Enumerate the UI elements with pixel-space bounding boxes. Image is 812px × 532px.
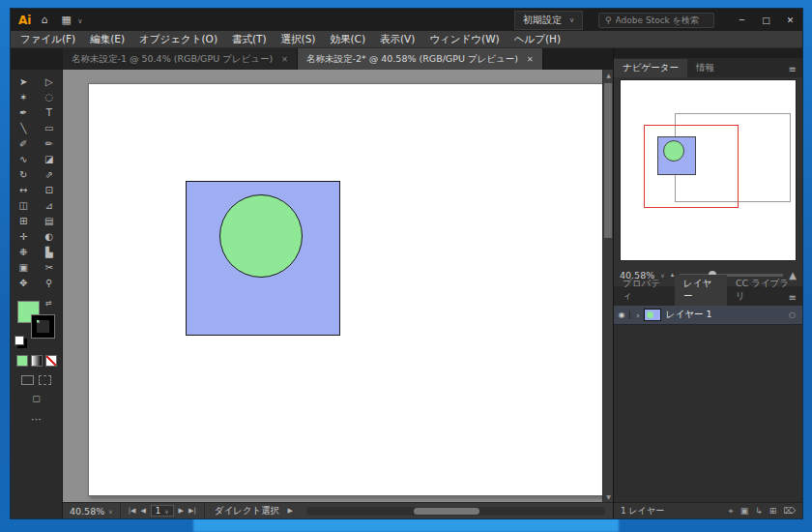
draw-normal-icon[interactable] <box>21 375 34 385</box>
layer-name[interactable]: レイヤー 1 <box>666 309 712 321</box>
navigator-preview[interactable] <box>620 79 797 261</box>
mesh-tool-icon[interactable]: ⊞ <box>11 214 37 229</box>
screen-mode-icon[interactable]: ▢ <box>11 394 62 403</box>
edit-toolbar-ellipsis-icon[interactable]: ⋯ <box>11 413 62 426</box>
lasso-tool-icon[interactable]: ◌ <box>37 90 63 105</box>
layer-visibility-eye-icon[interactable]: ◉ <box>614 310 630 319</box>
close-icon[interactable]: ✕ <box>281 55 288 64</box>
close-icon[interactable]: ✕ <box>527 55 534 64</box>
panel-menu-icon[interactable]: ≡ <box>789 64 797 74</box>
slice-tool-icon[interactable]: ✂ <box>37 260 63 276</box>
menu-object[interactable]: オブジェクト(O) <box>139 33 218 46</box>
pen-tool-icon[interactable]: ✒ <box>11 105 37 121</box>
layer-row[interactable]: ◉ › レイヤー 1 ○ <box>614 306 802 325</box>
maximize-button[interactable]: □ <box>754 9 778 31</box>
stock-search-box[interactable]: ⚲ <box>598 13 714 28</box>
color-button[interactable] <box>16 355 28 367</box>
locate-object-icon[interactable]: ⌖ <box>729 506 734 517</box>
none-button[interactable] <box>45 355 57 367</box>
menu-window[interactable]: ウィンドウ(W) <box>429 33 499 46</box>
vertical-scrollbar-thumb[interactable] <box>604 83 612 238</box>
perspective-grid-tool-icon[interactable]: ⊿ <box>37 198 63 214</box>
zoom-level-dropdown[interactable]: 40.58% ∨ <box>63 503 121 518</box>
symbol-sprayer-tool-icon[interactable]: ❉ <box>11 245 37 260</box>
eraser-tool-icon[interactable]: ◪ <box>37 152 63 167</box>
tab-layers[interactable]: レイヤー <box>675 275 727 306</box>
menu-select[interactable]: 選択(S) <box>281 33 316 46</box>
layer-thumbnail[interactable] <box>644 309 661 321</box>
home-icon[interactable]: ⌂ <box>41 14 47 26</box>
workspace-switcher-button[interactable]: 初期設定 ∨ <box>514 11 583 30</box>
type-tool-icon[interactable]: T <box>37 105 63 121</box>
zoom-tool-icon[interactable]: ⚲ <box>37 276 63 291</box>
hand-tool-icon[interactable]: ✥ <box>11 276 37 291</box>
rotate-tool-icon[interactable]: ↻ <box>11 167 37 183</box>
gradient-tool-icon[interactable]: ▤ <box>37 214 63 229</box>
layer-target-icon[interactable]: ○ <box>789 310 796 319</box>
document-tab-2[interactable]: 名称未設定-2* @ 40.58% (RGB/GPU プレビュー) ✕ <box>298 48 543 70</box>
shape-builder-tool-icon[interactable]: ◫ <box>11 198 37 214</box>
paintbrush-tool-icon[interactable]: ✐ <box>11 136 37 152</box>
navigator-view-box[interactable] <box>644 125 739 208</box>
artboard[interactable] <box>88 83 613 496</box>
scroll-up-icon[interactable]: ▲ <box>603 70 613 80</box>
status-expand-icon[interactable]: ▶ <box>287 507 292 515</box>
menu-effect[interactable]: 効果(C) <box>330 33 365 46</box>
magic-wand-tool-icon[interactable]: ✶ <box>11 90 37 105</box>
panel-menu-icon[interactable]: ≡ <box>789 292 797 303</box>
width-tool-icon[interactable]: ↔ <box>11 183 37 198</box>
scale-tool-icon[interactable]: ⇗ <box>37 167 63 183</box>
close-button[interactable]: ✕ <box>778 9 802 31</box>
column-graph-tool-icon[interactable]: ▙ <box>37 245 63 260</box>
tab-properties[interactable]: プロパティ <box>614 275 675 306</box>
last-artboard-icon[interactable]: ▶| <box>188 507 196 515</box>
menu-view[interactable]: 表示(V) <box>380 33 415 46</box>
gradient-button[interactable] <box>31 355 43 367</box>
first-artboard-icon[interactable]: |◀ <box>129 507 136 515</box>
tab-navigator[interactable]: ナビゲーター <box>614 59 687 77</box>
green-circle-shape[interactable] <box>219 194 303 278</box>
draw-inside-icon[interactable] <box>39 375 51 385</box>
menu-type[interactable]: 書式(T) <box>232 33 267 46</box>
artboard-tool-icon[interactable]: ▣ <box>11 260 37 276</box>
artboard-number-dropdown[interactable]: 1 ∨ <box>151 505 174 517</box>
app-logo-icon: Ai <box>18 14 31 27</box>
scroll-down-icon[interactable]: ▼ <box>603 491 613 502</box>
blend-tool-icon[interactable]: ◐ <box>37 229 63 245</box>
next-artboard-icon[interactable]: ▶ <box>179 507 184 515</box>
menu-file[interactable]: ファイル(F) <box>20 33 75 46</box>
shaper-tool-icon[interactable]: ∿ <box>11 152 37 167</box>
layout-switcher-button[interactable]: ▦ ∨ <box>61 14 82 26</box>
free-transform-tool-icon[interactable]: ⊡ <box>37 183 63 198</box>
horizontal-scrollbar[interactable] <box>306 507 605 516</box>
new-sublayer-icon[interactable]: ↳ <box>755 506 763 516</box>
previous-artboard-icon[interactable]: ◀ <box>140 507 145 515</box>
eyedropper-tool-icon[interactable]: ✛ <box>11 229 37 245</box>
menu-edit[interactable]: 編集(E) <box>90 33 125 46</box>
artboard-number-value: 1 <box>156 506 160 516</box>
tab-info[interactable]: 情報 <box>687 59 723 77</box>
document-tab-1[interactable]: 名称未設定-1 @ 50.4% (RGB/GPU プレビュー) ✕ <box>63 48 298 70</box>
swap-fill-stroke-icon[interactable]: ⇄ <box>45 299 52 308</box>
layer-thumbnail-circle <box>647 311 653 318</box>
default-fill-stroke-icon[interactable] <box>14 336 24 345</box>
menu-help[interactable]: ヘルプ(H) <box>514 33 561 46</box>
blue-rectangle-shape[interactable] <box>186 181 340 336</box>
horizontal-scrollbar-thumb[interactable] <box>414 508 479 515</box>
search-input[interactable] <box>616 15 703 25</box>
line-segment-tool-icon[interactable]: ╲ <box>11 121 37 136</box>
make-clipping-mask-icon[interactable]: ▣ <box>740 506 749 516</box>
selection-tool-icon[interactable]: ➤ <box>11 74 37 90</box>
direct-selection-tool-icon[interactable]: ▷ <box>37 74 63 90</box>
canvas-area[interactable]: ▲ ▼ 40.58% ∨ |◀ ◀ 1 ∨ ▶ ▶| <box>63 70 613 518</box>
new-layer-icon[interactable]: ⊞ <box>769 506 777 516</box>
minimize-button[interactable]: ─ <box>730 9 754 31</box>
pencil-tool-icon[interactable]: ✏ <box>37 136 63 152</box>
layer-expand-chevron-icon[interactable]: › <box>636 310 640 320</box>
draw-mode-row <box>11 375 62 385</box>
vertical-scrollbar[interactable]: ▲ ▼ <box>602 70 613 502</box>
rectangle-tool-icon[interactable]: ▭ <box>37 121 63 136</box>
stroke-color-swatch[interactable] <box>32 315 54 338</box>
delete-layer-icon[interactable]: ⌦ <box>783 506 796 516</box>
fill-stroke-swatches: ⇄ <box>11 299 62 347</box>
